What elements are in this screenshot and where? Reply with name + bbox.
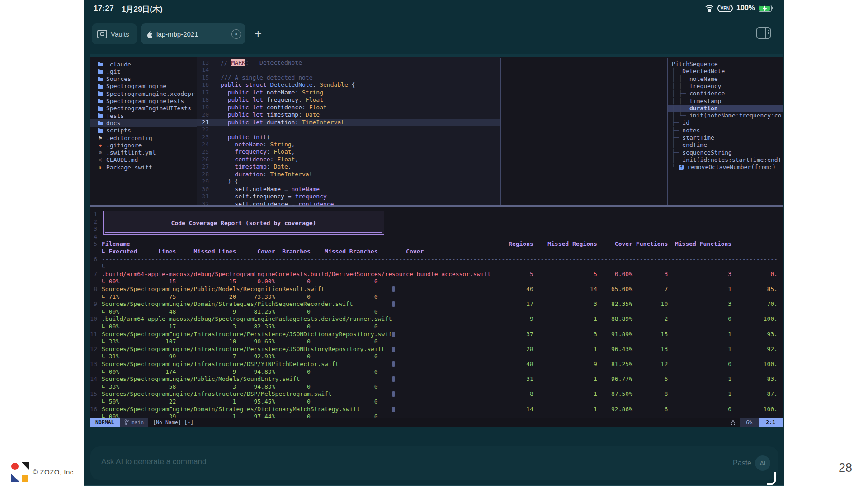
status-icons: VPN 100% [705,4,772,12]
close-tab-icon[interactable]: ✕ [231,29,241,39]
buffer-name: [No Name] [-] [153,419,193,426]
coverage-line-7: 7.build/arm64-apple-macosx/debug/Spectro… [90,271,783,278]
pane-top-border [90,54,783,57]
wrap-tick [392,286,395,292]
tree-item-.swiftlint.yml[interactable]: ⚙.swiftlint.yml [90,149,197,156]
tree-item-SpectrogramEngineTests[interactable]: SpectrogramEngineTests [90,98,197,105]
code-line-19[interactable]: 19 public let confidence: Float [197,104,500,111]
code-line-14[interactable]: 14 [197,66,500,74]
new-tab-button[interactable]: + [250,25,266,42]
tree-item-label: .claude [106,61,131,68]
coverage-line-12: 12Sources/SpectrogramEngine/Infrastructu… [90,346,783,353]
tree-item-SpectrogramEngine.xcodepr[interactable]: SpectrogramEngine.xcodepr [90,90,197,97]
corner-hook-decoration [767,472,776,485]
wrap-tick [392,332,395,337]
coverage-line-14: 14Sources/SpectrogramEngine/Public/Model… [90,375,783,383]
tree-item-Tests[interactable]: Tests [90,112,197,119]
tree-item-CLAUDE.md[interactable]: mCLAUDE.md [90,156,197,164]
code-line-26[interactable]: 26 confidence: Float, [197,156,500,163]
code-line-24[interactable]: 24 noteName: String, [197,141,500,148]
tree-item-label: Package.swift [106,164,152,171]
code-line-27[interactable]: 27 timestamp: Date, [197,163,500,170]
battery-percent: 100% [736,4,755,12]
vpn-badge: VPN [717,5,733,12]
tree-item-.claude[interactable]: .claude [90,61,197,68]
code-line-25[interactable]: 25 frequency: Float, [197,148,500,155]
pane-divider[interactable] [500,58,501,205]
swift-icon: ◗ [97,164,104,170]
coverage-line: ↳ 00% 15 15 0.00% 0 0 - [90,278,783,285]
outline-item-init(id:notes:startTime:endT[interactable]: ├─ init(id:notes:startTime:endT [668,156,783,164]
tree-item-.gitignore[interactable]: ◆.gitignore [90,141,197,149]
outline-item-timestamp[interactable]: │ ├─ timestamp [668,98,783,105]
wifi-icon [705,5,714,12]
tree-item-SpectrogramEngineUITests[interactable]: SpectrogramEngineUITests [90,105,197,112]
vaults-button[interactable]: Vaults [92,23,137,44]
code-line-30[interactable]: 30 self.noteName = noteName [197,186,500,193]
code-line-23[interactable]: 23 public init( [197,134,500,141]
code-line-31[interactable]: 31 self.frequency = frequency [197,193,500,200]
git-branch-chip: main [120,418,149,427]
outline-item-noteName[interactable]: │ ├─ noteName [668,75,783,83]
outline-item-confidence[interactable]: │ ├─ confidence [668,90,783,97]
outline-item-DetectedNote[interactable]: ├─ DetectedNote [668,68,783,75]
ai-command-bar[interactable]: Ask AI to generate a command Paste AI [90,446,778,480]
tree-item-Sources[interactable]: Sources [90,75,197,83]
code-line-16[interactable]: 16public struct DetectedNote: Sendable { [197,81,500,89]
tree-item-.editorconfig[interactable]: ⚑.editorconfig [90,134,197,141]
outline-item-duration[interactable]: │ ├─ duration [668,105,783,112]
zozo-logo [11,462,29,482]
ai-button[interactable]: AI [755,455,770,471]
file-tree-pane: .claude.gitSourcesSpectrogramEngineSpect… [90,57,197,205]
tree-item-.git[interactable]: .git [90,68,197,75]
coverage-line: ↳ Executed Lines Missed Lines Cover Bran… [90,248,783,255]
battery-icon [759,5,772,12]
tree-item-label: SpectrogramEngineUITests [106,105,191,112]
outline-item-id[interactable]: ├─ id [668,119,783,127]
coverage-line-3: 3 [90,225,783,233]
page-number: 28 [839,461,852,475]
outline-item-endTime[interactable]: ├─ endTime [668,141,783,149]
tree-item-label: SpectrogramEngine [106,83,166,89]
ai-input-placeholder[interactable]: Ask AI to generate a command [101,457,206,466]
git-branch-icon [124,419,129,425]
code-line-29[interactable]: 29 ) { [197,178,500,185]
outline-item-sequenceString[interactable]: ├─ sequenceString [668,149,783,156]
tab-lap-mbp-2021[interactable]: lap-mbp-2021 ✕ [141,23,245,44]
tree-item-Package.swift[interactable]: ◗Package.swift [90,164,197,171]
code-line-17[interactable]: 17 public let noteName: String [197,89,500,96]
coverage-line: ↳ 33% 107 10 90.65% 0 0 - [90,338,783,345]
folder-icon [97,113,104,118]
outline-item-removeOctaveNumber(from:)[interactable]: └─ƒ removeOctaveNumber(from:) [668,164,783,171]
outline-item-notes[interactable]: ├─ notes [668,127,783,134]
scroll-percent: 6% [740,418,759,427]
apple-icon [146,30,153,38]
vaults-label: Vaults [111,30,129,38]
tree-item-label: docs [106,120,120,127]
outline-item-init(noteName:frequency:co[interactable]: │ └─ init(noteName:frequency:co [668,112,783,119]
terminal-viewport[interactable]: .claude.gitSourcesSpectrogramEngineSpect… [90,54,783,427]
code-line-20[interactable]: 20 public let timestamp: Date [197,111,500,118]
code-line-15[interactable]: 15/// A single detected note [197,74,500,81]
tree-item-SpectrogramEngine[interactable]: SpectrogramEngine [90,83,197,90]
coverage-line: ↳ --------------------------------------… [90,263,783,270]
paste-button[interactable]: Paste [733,459,751,467]
code-line-18[interactable]: 18 public let frequency: Float [197,96,500,103]
coverage-line: ↳ 50% 22 1 95.45% 0 0 - [90,398,783,405]
outline-item-PitchSequence[interactable]: PitchSequence [668,61,783,68]
vault-icon [97,30,107,38]
coverage-line-1: 1 [90,211,783,218]
code-line-22[interactable]: 22 [197,126,500,133]
coverage-line-9: 9Sources/SpectrogramEngine/Domain/Strate… [90,300,783,308]
git-branch-name: main [132,419,144,426]
coverage-line-15: 15Sources/SpectrogramEngine/Infrastructu… [90,390,783,398]
code-line-21[interactable]: 21 public let duration: TimeInterval [197,119,500,126]
function-icon: ƒ [679,165,684,170]
outline-item-frequency[interactable]: │ ├─ frequency [668,83,783,90]
tree-item-scripts[interactable]: scripts [90,127,197,134]
code-line-28[interactable]: 28 duration: TimeInterval [197,171,500,178]
code-line-13[interactable]: 13// MARK: - DetectedNote [197,59,500,66]
panel-toggle-icon[interactable] [756,27,771,39]
outline-item-startTime[interactable]: ├─ startTime [668,134,783,141]
tree-item-docs[interactable]: docs [90,119,197,127]
